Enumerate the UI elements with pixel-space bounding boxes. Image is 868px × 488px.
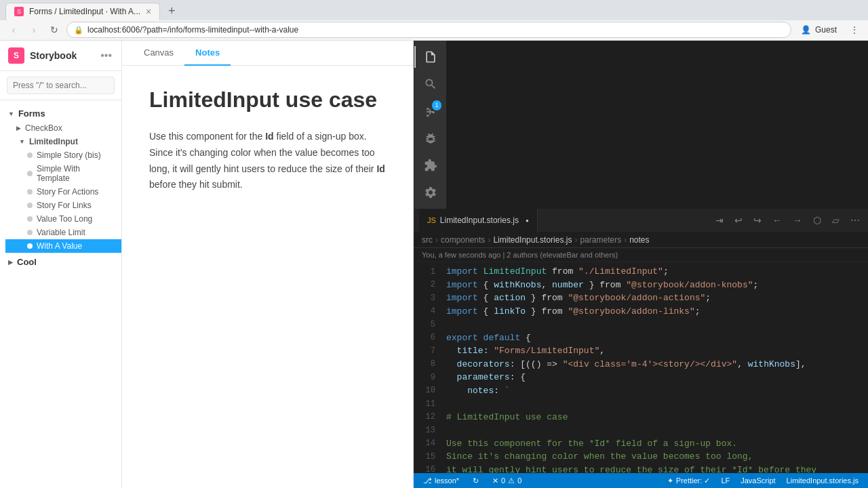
storybook-header: S Storybook •••	[0, 41, 121, 71]
vscode-activity-bar: 1	[414, 41, 446, 209]
nav-dot-icon	[27, 216, 33, 222]
line-number: 3	[419, 291, 435, 305]
new-tab-button[interactable]: +	[163, 3, 180, 20]
extensions-icon[interactable]	[420, 155, 441, 176]
status-language[interactable]: JavaScript	[738, 476, 778, 485]
storybook-title: Storybook	[30, 50, 94, 61]
line-number: 1	[419, 265, 435, 279]
status-branch[interactable]: ⎇ lesson*	[420, 476, 462, 485]
code-line[interactable]: import LimitedInput from "./LimitedInput…	[441, 265, 868, 279]
code-line[interactable]: it will gently hint users to reduce the …	[441, 464, 868, 474]
branch-name: lesson*	[435, 476, 459, 485]
browser-tab[interactable]: S Forms / LimitedInput · With A... ×	[5, 3, 160, 20]
status-errors[interactable]: ✕ 0 ⚠ 0	[490, 476, 524, 485]
code-line[interactable]: import { withKnobs, number } from "@stor…	[441, 279, 868, 292]
url-bar[interactable]: 🔒 localhost:6006/?path=/info/forms-limit…	[66, 22, 791, 38]
forward-button[interactable]: ›	[26, 22, 42, 38]
line-number: 7	[419, 344, 435, 358]
nav-group-forms-header[interactable]: ▼ Forms	[0, 106, 121, 121]
tab-close-button[interactable]: ×	[146, 6, 151, 17]
status-filename[interactable]: LimitedInput.stories.js	[784, 476, 861, 485]
status-lf[interactable]: LF	[718, 476, 732, 485]
code-line[interactable]: title: "Forms/LimitedInput",	[441, 344, 868, 358]
code-line[interactable]: decorators: [(() => "<div class='m-4'><s…	[441, 358, 868, 371]
source-control-badge: 1	[432, 100, 441, 110]
nav-item-variable-limit[interactable]: Variable Limit	[5, 226, 121, 239]
navigate-forward-icon[interactable]: →	[790, 214, 805, 227]
nav-item-story-for-actions[interactable]: Story For Actions	[5, 185, 121, 199]
vscode-topbar: JS LimitedInput.stories.js ● ⇥ ↩ ↪ ← → ⬡…	[414, 209, 868, 232]
code-line[interactable]	[441, 318, 868, 331]
author-text: You, a few seconds ago | 2 authors (elev…	[422, 251, 618, 259]
breadcrumb-sep2: ›	[488, 235, 490, 245]
error-count: 0	[501, 476, 505, 485]
code-line[interactable]: notes: `	[441, 384, 868, 398]
navigate-back-icon[interactable]: ←	[770, 214, 785, 227]
breadcrumb-sep3: ›	[574, 235, 577, 245]
address-bar: ‹ › ↻ 🔒 localhost:6006/?path=/info/forms…	[0, 20, 868, 41]
unsaved-dot-icon: ●	[526, 218, 529, 224]
nav-item-simple-with-template[interactable]: Simple With Template	[5, 162, 121, 185]
storybook-favicon: S	[14, 7, 24, 16]
code-line[interactable]: parameters: {	[441, 371, 868, 384]
status-sync[interactable]: ↻	[470, 476, 481, 485]
code-line[interactable]: Use this component for the *Id* field of…	[441, 437, 868, 451]
error-icon: ✕	[492, 476, 498, 485]
nav-item-simple-with-template-label: Simple With Template	[37, 164, 113, 183]
search-icon[interactable]	[420, 73, 441, 95]
breadcrumb-components[interactable]: components	[441, 235, 485, 245]
content-text-part1: Use this component for the	[149, 131, 265, 142]
nav-item-checkbox[interactable]: ▶ CheckBox	[0, 121, 121, 135]
breadcrumb-parameters[interactable]: parameters	[580, 235, 621, 245]
nav-item-story-for-links[interactable]: Story For Links	[5, 199, 121, 212]
code-line[interactable]: import { action } from "@storybook/addon…	[441, 291, 868, 305]
nav-group-limited-input-header[interactable]: ▼ LimitedInput	[5, 135, 121, 148]
user-label: Guest	[815, 25, 837, 35]
refresh-button[interactable]: ↻	[46, 22, 62, 38]
nav-group-cool-header[interactable]: ▶ Cool	[0, 254, 121, 270]
settings-icon[interactable]	[420, 182, 441, 203]
nav-item-with-a-value[interactable]: With A Value	[5, 239, 121, 253]
code-line[interactable]	[441, 424, 868, 437]
status-prettier[interactable]: ✦ Prettier: ✓	[665, 476, 713, 485]
breadcrumb-src[interactable]: src	[422, 235, 433, 245]
browser-user: 👤 Guest	[795, 25, 842, 35]
vscode-file-tab[interactable]: JS LimitedInput.stories.js ●	[419, 209, 538, 232]
back-button[interactable]: ‹	[5, 22, 22, 38]
open-preview-icon[interactable]: ⬡	[810, 214, 824, 227]
status-right: ✦ Prettier: ✓ LF JavaScript LimitedInput…	[665, 476, 861, 485]
storybook-menu-button[interactable]: •••	[99, 48, 113, 63]
vscode-topbar-actions: ⇥ ↩ ↪ ← → ⬡ ▱ ⋯	[713, 214, 863, 227]
tab-notes[interactable]: Notes	[184, 41, 231, 66]
code-line[interactable]	[441, 397, 868, 411]
breadcrumb-file[interactable]: LimitedInput.stories.js	[493, 235, 572, 245]
warning-icon: ⚠	[508, 476, 515, 485]
content-em-id: Id	[265, 131, 273, 142]
breadcrumb-notes[interactable]: notes	[629, 235, 649, 245]
go-back-icon[interactable]: ↩	[732, 214, 745, 227]
go-forward-icon[interactable]: ↪	[751, 214, 764, 227]
main-content: LimitedInput use case Use this component…	[122, 66, 413, 488]
tab-canvas[interactable]: Canvas	[133, 41, 184, 66]
nav-dot-icon	[27, 189, 33, 195]
split-right-icon[interactable]: ▱	[829, 214, 842, 227]
nav-group-forms: ▼ Forms ▶ CheckBox ▼ LimitedInput	[0, 106, 121, 253]
breadcrumb-sep1: ›	[435, 235, 438, 245]
vscode-code-area[interactable]: 1234567891011121314151617181920212223242…	[414, 262, 868, 473]
vscode-tab-filename: LimitedInput.stories.js	[440, 216, 519, 225]
explorer-icon[interactable]	[420, 46, 441, 68]
browser-menu-button[interactable]: ⋮	[846, 22, 863, 38]
code-line[interactable]: Since it's changing color when the value…	[441, 450, 868, 464]
more-actions-icon[interactable]: ⋯	[848, 214, 863, 227]
source-control-icon[interactable]: 1	[420, 100, 441, 122]
code-line[interactable]: import { linkTo } from "@storybook/addon…	[441, 305, 868, 319]
nav-item-value-too-long[interactable]: Value Too Long	[5, 212, 121, 226]
nav-item-simple-story-bis[interactable]: Simple Story (bis)	[5, 148, 121, 162]
search-input[interactable]	[7, 77, 115, 94]
split-editor-icon[interactable]: ⇥	[713, 214, 726, 227]
code-line[interactable]: export default {	[441, 331, 868, 345]
nav-item-simple-story-bis-label: Simple Story (bis)	[37, 150, 101, 160]
line-number: 2	[419, 279, 435, 292]
code-line[interactable]: # LimitedInput use case	[441, 411, 868, 424]
debug-icon[interactable]	[420, 127, 441, 149]
